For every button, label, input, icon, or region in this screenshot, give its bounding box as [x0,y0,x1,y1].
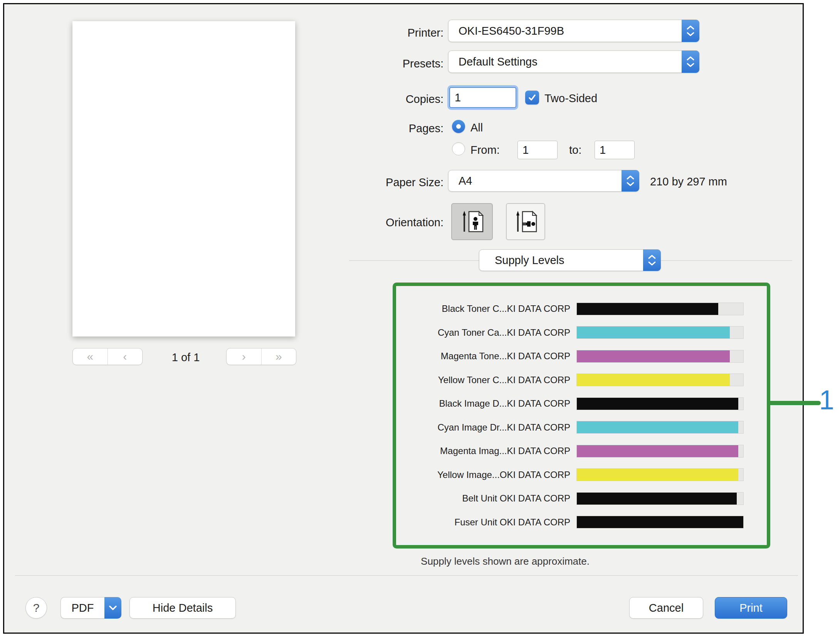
print-preview-page [72,21,295,337]
pdf-menu-button[interactable]: PDF [60,597,121,619]
copies-input[interactable]: 1 [449,87,516,108]
presets-popup[interactable]: Default Settings [448,50,699,73]
checkmark-icon [528,93,537,102]
page-indicator: 1 of 1 [145,351,226,364]
supply-row: Black Image D...KI DATA CORP [396,397,744,410]
pages-all-label: All [470,121,483,134]
pages-all-radio[interactable] [452,120,465,133]
printer-label: Printer: [328,27,444,39]
footer-divider [15,575,798,576]
pager-back-group: « ‹ [72,348,143,365]
cancel-button[interactable]: Cancel [629,597,703,619]
supply-level-fill [577,303,718,315]
portrait-orientation-icon [457,207,487,236]
copies-field-focus-ring: 1 [447,85,518,110]
pages-from-input[interactable]: 1 [517,141,558,159]
supply-level-bar [576,468,744,481]
two-sided-checkbox[interactable] [525,91,539,104]
pane-selector-popup[interactable]: Supply Levels [479,249,661,271]
pages-to-input[interactable]: 1 [595,141,635,159]
hide-details-button[interactable]: Hide Details [129,597,236,619]
supply-row-label: Cyan Toner Ca...KI DATA CORP [396,327,576,338]
supply-level-bar [576,445,744,458]
orientation-landscape-button[interactable] [506,203,545,240]
pdf-menu-label: PDF [60,597,104,619]
supply-level-fill [577,398,738,410]
chevron-left-icon: ‹ [123,350,127,363]
supply-row: Yellow Image...OKI DATA CORP [396,468,744,481]
paper-dimensions-text: 210 by 297 mm [650,175,727,188]
paper-size-label: Paper Size: [328,176,444,189]
last-page-button[interactable]: » [261,348,296,365]
supply-levels-callout-box: Black Toner C...KI DATA CORP Cyan Toner … [393,283,770,549]
supply-row: Magenta Imag...KI DATA CORP [396,445,744,458]
supply-row: Black Toner C...KI DATA CORP [396,303,744,315]
supply-row: Magenta Tone...KI DATA CORP [396,350,744,363]
first-page-button[interactable]: « [73,348,108,365]
supply-level-bar [576,374,744,386]
supply-row-label: Belt Unit OKI DATA CORP [396,493,576,504]
supply-level-fill [577,350,730,362]
copies-label: Copies: [328,93,444,106]
supply-row-label: Yellow Toner C...KI DATA CORP [396,375,576,385]
presets-popup-value: Default Settings [459,56,538,68]
supply-row-label: Fuser Unit OKI DATA CORP [396,517,576,528]
supply-level-fill [577,516,743,528]
supply-row-label: Black Image D...KI DATA CORP [396,398,576,409]
supply-note: Supply levels shown are approximate. [351,555,659,567]
pages-label: Pages: [328,122,444,135]
pane-selector-value: Supply Levels [495,254,564,267]
two-sided-label: Two-Sided [544,92,597,105]
double-chevron-left-icon: « [87,350,93,363]
supply-level-fill [577,445,738,457]
supply-row: Cyan Toner Ca...KI DATA CORP [396,326,744,339]
supply-level-bar [576,326,744,339]
landscape-orientation-icon [511,207,540,236]
supply-level-bar [576,397,744,410]
orientation-portrait-button[interactable] [451,203,493,240]
supply-level-fill [577,493,737,505]
supply-level-fill [577,421,738,433]
printer-popup[interactable]: OKI-ES6450-31F99B [448,20,699,42]
pager-forward-group: › » [226,348,296,365]
supply-row: Cyan Image Dr...KI DATA CORP [396,421,744,434]
supply-level-bar [576,350,744,363]
print-label: Print [739,602,763,614]
cancel-label: Cancel [649,602,684,614]
supply-row-label: Magenta Imag...KI DATA CORP [396,446,576,456]
updown-stepper-icon [682,20,699,42]
orientation-label: Orientation: [328,216,444,229]
callout-number: 1 [819,385,840,416]
supply-level-bar [576,421,744,434]
pages-to-label: to: [569,144,581,156]
supply-row-label: Magenta Tone...KI DATA CORP [396,351,576,362]
supply-row-label: Black Toner C...KI DATA CORP [396,303,576,314]
next-page-button[interactable]: › [227,348,261,365]
supply-level-fill [577,374,730,386]
updown-stepper-icon [682,50,699,73]
printer-popup-value: OKI-ES6450-31F99B [459,25,564,37]
supply-row: Belt Unit OKI DATA CORP [396,492,744,505]
pages-from-radio[interactable] [452,142,465,155]
double-chevron-right-icon: » [276,350,282,363]
supply-level-bar [576,303,744,315]
callout-line [767,401,821,405]
hide-details-label: Hide Details [153,602,213,614]
updown-stepper-icon [622,170,639,192]
supply-row-label: Cyan Image Dr...KI DATA CORP [396,422,576,433]
paper-size-popup-value: A4 [459,175,472,187]
previous-page-button[interactable]: ‹ [108,348,143,365]
question-mark-icon: ? [33,601,40,614]
print-dialog: « ‹ 1 of 1 › » Printer: OKI-ES6450-31F99… [3,3,804,634]
chevron-right-icon: › [242,350,246,363]
supply-row: Yellow Toner C...KI DATA CORP [396,374,744,386]
help-button[interactable]: ? [25,597,47,619]
paper-size-popup[interactable]: A4 [448,170,639,192]
supply-level-bar [576,492,744,505]
supply-level-fill [577,469,738,481]
supply-level-fill [577,326,730,338]
supply-row-label: Yellow Image...OKI DATA CORP [396,469,576,480]
chevron-down-icon[interactable] [104,597,121,619]
print-button[interactable]: Print [715,597,787,619]
pages-from-label: From: [470,144,500,156]
